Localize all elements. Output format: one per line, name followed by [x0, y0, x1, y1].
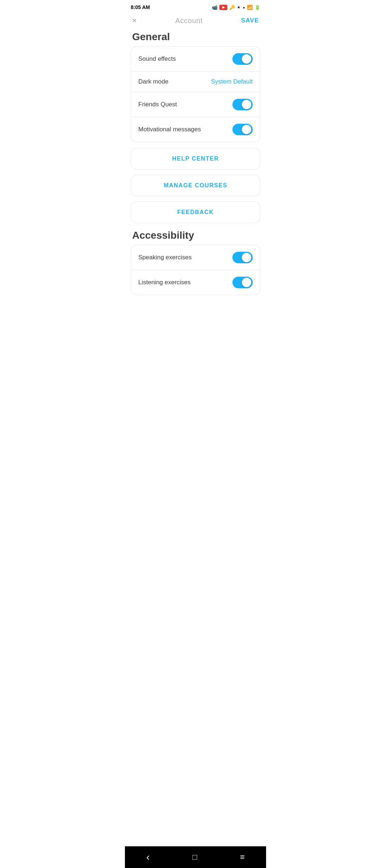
- accessibility-heading: Accessibility: [132, 230, 194, 241]
- speaking-exercises-toggle[interactable]: [232, 252, 253, 263]
- speaking-exercises-label: Speaking exercises: [138, 254, 192, 261]
- friends-quest-toggle[interactable]: [232, 99, 253, 110]
- status-icons: 📹 ▶ 🔑 ✴ ⬥ 📶 🔋: [212, 5, 260, 10]
- general-section-header: General: [125, 30, 266, 46]
- sound-effects-label: Sound effects: [138, 55, 176, 63]
- dark-mode-label: Dark mode: [138, 78, 168, 85]
- sound-effects-toggle[interactable]: [232, 53, 253, 65]
- status-time: 8:05 AM: [131, 4, 150, 10]
- status-bar: 8:05 AM 📹 ▶ 🔑 ✴ ⬥ 📶 🔋: [125, 0, 266, 13]
- motivational-messages-row: Motivational messages: [131, 117, 260, 142]
- listening-exercises-toggle-track[interactable]: [232, 277, 253, 288]
- save-button[interactable]: SAVE: [241, 17, 259, 24]
- friends-quest-row: Friends Quest: [131, 92, 260, 117]
- close-button[interactable]: ×: [132, 16, 137, 25]
- battery-icon: 🔋: [255, 5, 260, 10]
- listening-exercises-label: Listening exercises: [138, 279, 191, 286]
- manage-courses-button[interactable]: MANAGE COURSES: [131, 175, 260, 196]
- page-content: General Sound effects Dark mode System D…: [125, 30, 266, 326]
- help-center-label: HELP CENTER: [172, 156, 219, 162]
- speaking-exercises-toggle-track[interactable]: [232, 252, 253, 263]
- sound-effects-toggle-track[interactable]: [232, 53, 253, 65]
- dark-mode-value: System Default: [211, 78, 253, 85]
- record-icon: ▶: [219, 5, 227, 10]
- help-center-button[interactable]: HELP CENTER: [131, 148, 260, 170]
- dark-mode-row[interactable]: Dark mode System Default: [131, 72, 260, 92]
- speaking-exercises-toggle-thumb: [242, 253, 251, 262]
- speaking-exercises-row: Speaking exercises: [131, 245, 260, 270]
- motivational-messages-toggle[interactable]: [232, 124, 253, 135]
- wifi-icon: 📶: [247, 5, 253, 10]
- accessibility-section: Accessibility Speaking exercises Listeni…: [125, 228, 266, 295]
- key-icon: 🔑: [229, 5, 235, 10]
- signal-icon: ⬥: [243, 5, 245, 10]
- nav-bar: × Account SAVE: [125, 13, 266, 30]
- sound-effects-toggle-thumb: [242, 54, 251, 64]
- motivational-messages-toggle-thumb: [242, 125, 251, 134]
- motivational-messages-label: Motivational messages: [138, 126, 201, 133]
- general-settings-card: Sound effects Dark mode System Default F…: [131, 46, 260, 142]
- motivational-messages-toggle-track[interactable]: [232, 124, 253, 135]
- sound-effects-row: Sound effects: [131, 47, 260, 72]
- page-title: Account: [175, 17, 203, 25]
- manage-courses-label: MANAGE COURSES: [164, 182, 227, 188]
- feedback-label: FEEDBACK: [177, 209, 214, 215]
- accessibility-settings-card: Speaking exercises Listening exercises: [131, 245, 260, 295]
- friends-quest-label: Friends Quest: [138, 101, 177, 108]
- listening-exercises-row: Listening exercises: [131, 270, 260, 295]
- feedback-button[interactable]: FEEDBACK: [131, 201, 260, 223]
- friends-quest-toggle-track[interactable]: [232, 99, 253, 110]
- listening-exercises-toggle-thumb: [242, 278, 251, 287]
- listening-exercises-toggle[interactable]: [232, 277, 253, 288]
- friends-quest-toggle-thumb: [242, 100, 251, 109]
- video-icon: 📹: [212, 5, 218, 10]
- bluetooth-icon: ✴: [237, 5, 241, 10]
- general-heading: General: [132, 31, 170, 42]
- accessibility-section-header: Accessibility: [125, 228, 266, 245]
